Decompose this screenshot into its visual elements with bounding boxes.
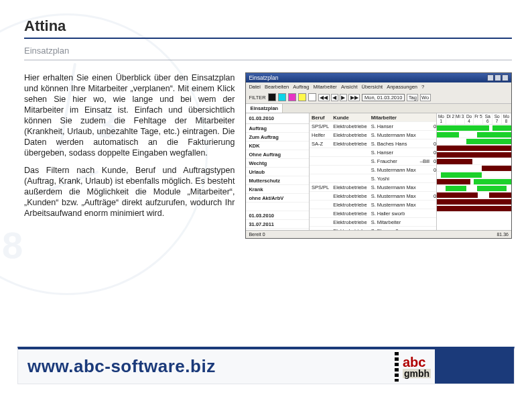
gantt-row: [437, 185, 511, 192]
table-cell: Elektrobetriebe: [331, 122, 369, 131]
table-cell: S. Yoshi: [369, 174, 418, 183]
table-cell: [431, 131, 437, 139]
sidebar-tree: 01.03.2010 AuftragZum AuftragKDKOhne Auf…: [246, 113, 310, 230]
table-cell: Elektrobetriebe: [331, 139, 369, 148]
table-cell: [418, 131, 431, 139]
table-cell: Elektrobetriebe: [331, 183, 369, 192]
table-cell: [331, 166, 369, 174]
gantt-row: [437, 138, 511, 145]
logo-gmbh: gmbh: [403, 369, 431, 378]
window-title: Einsatzplan: [249, 74, 278, 81]
table-cell: S. Fraucher: [369, 157, 418, 166]
menu-item: Auftrag: [293, 84, 309, 90]
gantt-row: [437, 192, 511, 198]
table-row: SPS/PLElektrobetriebeS. Hanser08:06,33: [310, 122, 437, 131]
gantt-bar: [437, 179, 470, 184]
column-header: Kunde: [331, 113, 369, 122]
day-header: Mi 3: [456, 113, 465, 124]
grid-area: 01.03.2010 AuftragZum AuftragKDKOhne Auf…: [246, 113, 511, 230]
abc-logo: abc gmbh: [388, 349, 435, 384]
gantt-bar: [441, 172, 482, 178]
table-cell: [418, 174, 431, 183]
status-right: 81.36: [496, 232, 509, 237]
menu-item: Bearbeiten: [265, 84, 289, 90]
sidebar-item: Zum Auftrag: [246, 133, 309, 141]
gantt-row: [437, 172, 511, 178]
table-cell: [431, 201, 437, 209]
table-cell: 08:56,321: [431, 139, 437, 148]
gantt-bar: [437, 206, 511, 211]
footer-accent-block: [435, 349, 514, 384]
day-header: Mo 8: [502, 113, 511, 124]
logo-abc: abc: [403, 355, 431, 369]
table-cell: [431, 218, 437, 227]
table-cell: [418, 183, 431, 192]
table-cell: [310, 227, 331, 231]
description-column: Hier erhalten Sie einen Überblick über d…: [24, 72, 235, 239]
table-cell: Elektrobetriebe: [331, 209, 369, 218]
table-cell: [418, 148, 431, 157]
table-cell: S. Fbs rrov2: [369, 227, 418, 231]
gantt-bar: [477, 132, 511, 137]
gantt-bar: [437, 199, 511, 205]
gantt-row: [437, 198, 511, 205]
day-header: Fr 5: [474, 113, 483, 124]
day-header: Sa 6: [483, 113, 492, 124]
status-left: Bereit 0: [249, 232, 265, 237]
table-cell: [418, 201, 431, 209]
gantt-bar: [437, 159, 472, 164]
close-icon: [502, 74, 509, 81]
table-cell: [310, 166, 331, 174]
table-cell: [331, 174, 369, 183]
table-cell: S. Mustermann Max: [369, 201, 418, 209]
sidebar-item: KDK: [246, 141, 309, 150]
table-cell: SPS/PL: [310, 122, 331, 131]
gantt-row: [437, 131, 511, 138]
table-cell: [431, 183, 437, 192]
table-cell: SA-Z: [310, 139, 331, 148]
filter-swatch-icon: [288, 93, 296, 101]
date-nav: ◀◀ ◀ ▶ ▶▶: [318, 94, 360, 101]
gantt-bar: [437, 125, 489, 131]
table-cell: [418, 122, 431, 131]
table-cell: Helfer: [310, 131, 331, 139]
tab-strip: Einsatzplan: [246, 104, 511, 113]
day-header: Di 2: [446, 113, 456, 124]
table-cell: [310, 148, 331, 157]
table-row: SPS/PLElektrobetriebeS. Mustermann Max: [310, 183, 437, 192]
status-bar: Bereit 0 81.36: [246, 230, 511, 238]
sidebar-item: Mutterschutz: [246, 176, 309, 185]
assignment-table: BerufKundeMitarbeiter SPS/PLElektrobetri…: [310, 113, 437, 230]
table-cell: 08:149,701: [431, 192, 437, 201]
table-cell: [310, 218, 331, 227]
gantt-area: Mo 1Di 2Mi 3Do 4Fr 5Sa 6So 7Mo 8: [437, 113, 511, 230]
table-cell: [431, 227, 437, 231]
gantt-bar: [437, 152, 511, 158]
menu-item: ?: [421, 84, 424, 90]
description-paragraph: Das Filtern nach Kunde, Beruf und Auftra…: [24, 165, 235, 219]
table-cell: S. Haller sworb: [369, 209, 418, 218]
table-cell: 08:00,331: [431, 157, 437, 166]
footer: www.abc-software.biz abc gmbh: [0, 347, 532, 384]
table-cell: S. Mustermann Max: [369, 131, 418, 139]
table-cell: Elektrobetriebe: [331, 131, 369, 139]
table-row: ElektrobetriebeS. Mitarbeiter: [310, 218, 437, 227]
table-cell: [418, 209, 431, 218]
table-row: HelferElektrobetriebeS. Mustermann Max: [310, 131, 437, 139]
table-row: ElektrobetriebeS. Fbs rrov2: [310, 227, 437, 231]
menu-bar: DateiBearbeitenAuftragMitarbeiterAnsicht…: [246, 82, 511, 91]
table-cell: [331, 148, 369, 157]
table-row: S. Yoshi: [310, 174, 437, 183]
sidebar-item: [246, 203, 309, 211]
sidebar-item: ohne Akt/ArbV: [246, 194, 309, 203]
table-cell: [310, 201, 331, 209]
filter-swatch-icon: [308, 93, 316, 101]
table-cell: [418, 192, 431, 201]
toolbar: FILTER ◀◀ ◀ ▶ ▶▶ Mon, 01.03.2010 Tag: [246, 91, 511, 104]
table-cell: S. Mustermann Max: [369, 183, 418, 192]
table-row: S. Fraucher–Bill08:00,331: [310, 157, 437, 166]
gantt-row: [437, 152, 511, 158]
current-date-field: Mon, 01.03.2010: [362, 94, 405, 101]
gantt-bar: [466, 139, 511, 144]
table-cell: Elektrobetriebe: [331, 218, 369, 227]
